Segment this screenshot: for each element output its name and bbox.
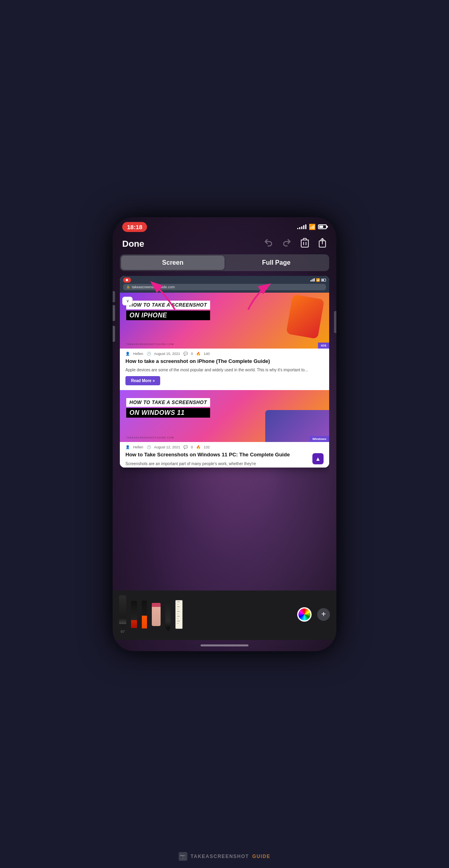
home-bar (201, 644, 248, 646)
eraser-tool[interactable] (152, 603, 161, 626)
status-bar: 18:18 📶 (113, 217, 336, 234)
undo-icon[interactable] (264, 238, 273, 250)
delete-icon[interactable] (300, 238, 309, 250)
volume-up-button[interactable] (113, 305, 115, 321)
article-1-hero-text: HOW TO TAKE A SCREENSHOT ON IPHONE (126, 301, 210, 320)
mini-status-icons: 📶 (310, 278, 326, 282)
article-2: HOW TO TAKE A SCREENSHOT ON WINDOWS 11 (120, 390, 329, 467)
volume-buttons (113, 305, 115, 347)
watermark-icon: 📷 (179, 852, 187, 861)
author-icon-2: 👤 (125, 445, 130, 449)
svg-rect-0 (301, 240, 308, 247)
drawing-toolbar: 97 (113, 591, 336, 640)
article-1: HOW TO TAKE A SCREENSHOT ON IPHONE TAKEA… (120, 293, 329, 390)
mini-battery-icon (321, 279, 326, 281)
mini-battery-fill (322, 279, 324, 281)
article-2-hero-title-bottom: ON WINDOWS 11 (126, 408, 210, 418)
author-icon: 👤 (125, 352, 130, 356)
fire-icon-2: 🔥 (196, 445, 201, 449)
article-1-date: August 15, 2021 (154, 352, 181, 356)
add-tool-button[interactable]: + (317, 608, 330, 621)
article-2-excerpt: Screenshots are an important part of man… (120, 461, 329, 467)
article-2-date: August 12, 2021 (154, 445, 181, 449)
battery-icon (318, 224, 327, 229)
article-2-hero-text: HOW TO TAKE A SCREENSHOT ON WINDOWS 11 (126, 398, 210, 418)
volume-down-button[interactable] (113, 326, 115, 342)
share-icon[interactable] (318, 238, 327, 250)
read-more-button[interactable]: Read More » (125, 376, 160, 385)
fullpage-tab[interactable]: Full Page (224, 256, 328, 270)
scroll-to-top-button[interactable]: ▲ (312, 453, 324, 464)
article-1-site-tag: TAKEASCREENSHOTGUIDE.COM (126, 343, 174, 345)
signal-icon (297, 224, 306, 229)
status-icons: 📶 (297, 224, 327, 230)
mini-status-row: ⏺ 📶 (123, 277, 326, 283)
toolbar-action-icons (264, 238, 327, 250)
color-picker[interactable] (297, 607, 312, 622)
time-display: 18:18 (122, 222, 147, 232)
pencil-tool-2[interactable] (165, 601, 171, 628)
article-2-hero-title-top: HOW TO TAKE A SCREENSHOT (126, 398, 210, 407)
mini-address-bar: 🔒 takeascreenshotguide.com (123, 284, 326, 290)
article-2-author: Hellen (133, 445, 143, 449)
screen-tab[interactable]: Screen (121, 256, 224, 270)
watermark: 📷 TAKEASCREENSHOT GUIDE (179, 852, 270, 861)
article-2-windows-badge: Windows (310, 436, 329, 442)
screenshot-preview-area: ⏺ 📶 🔒 (120, 276, 329, 587)
home-indicator (113, 640, 336, 651)
article-2-fire: 132 (204, 445, 210, 449)
fire-icon: 🔥 (196, 352, 201, 356)
toolbar: Done (113, 234, 336, 254)
screenshot-frame: ⏺ 📶 🔒 (120, 276, 329, 468)
battery-fill (319, 226, 323, 228)
mini-url: takeascreenshotguide.com (132, 285, 175, 289)
date-icon-2: 🕐 (147, 445, 151, 449)
collapse-button[interactable]: ∨ (122, 297, 133, 305)
date-icon: 🕐 (147, 352, 151, 356)
article-2-comments: 0 (191, 445, 193, 449)
article-1-comments: 0 (191, 352, 193, 356)
watermark-text-2: GUIDE (252, 854, 270, 859)
phone-frame: 18:18 📶 Done (113, 217, 336, 651)
mini-time: ⏺ (123, 277, 131, 283)
mini-wifi-icon: 📶 (316, 278, 320, 282)
comment-icon-2: 💬 (183, 445, 188, 449)
pen-tool[interactable] (142, 600, 147, 628)
wifi-icon: 📶 (309, 224, 316, 230)
ruler-tool[interactable] (175, 600, 183, 629)
power-button[interactable] (334, 311, 336, 333)
pencil-tool-number: 97 (121, 630, 125, 634)
article-1-title: How to take a screenshot on iPhone (The … (120, 357, 329, 367)
article-1-hero-title-bottom: ON IPHONE (126, 311, 210, 320)
article-1-author: Hellen (133, 352, 143, 356)
article-1-excerpt: Apple devices are some of the most popul… (120, 367, 329, 376)
mini-lock-icon: 🔒 (126, 285, 130, 289)
article-1-ios-badge: iOS (318, 343, 329, 349)
article-1-hero-title-top: HOW TO TAKE A SCREENSHOT (126, 301, 210, 309)
article-2-meta: 👤 Hellen 🕐 August 12, 2021 💬 0 🔥 132 (120, 442, 329, 451)
silent-button[interactable] (113, 291, 115, 302)
watermark-text-1: TAKEASCREENSHOT (191, 854, 249, 859)
pencil-tool[interactable]: 97 (119, 595, 126, 634)
segment-control: Screen Full Page (120, 254, 329, 271)
done-button[interactable]: Done (122, 239, 144, 249)
marker-tool[interactable] (131, 601, 137, 628)
mini-browser-chrome: ⏺ 📶 🔒 (120, 276, 329, 293)
article-2-title: How to Take Screenshots on Windows 11 PC… (120, 451, 329, 461)
redo-icon[interactable] (282, 238, 292, 250)
article-1-hero: HOW TO TAKE A SCREENSHOT ON IPHONE TAKEA… (120, 293, 329, 349)
comment-icon: 💬 (183, 352, 188, 356)
article-2-hero: HOW TO TAKE A SCREENSHOT ON WINDOWS 11 (120, 390, 329, 442)
article-1-fire: 140 (204, 352, 210, 356)
article-1-meta: 👤 Hellen 🕐 August 15, 2021 💬 0 🔥 140 (120, 349, 329, 357)
article-2-site-tag: TAKEASCREENSHOTGUIDE.COM (126, 436, 174, 439)
